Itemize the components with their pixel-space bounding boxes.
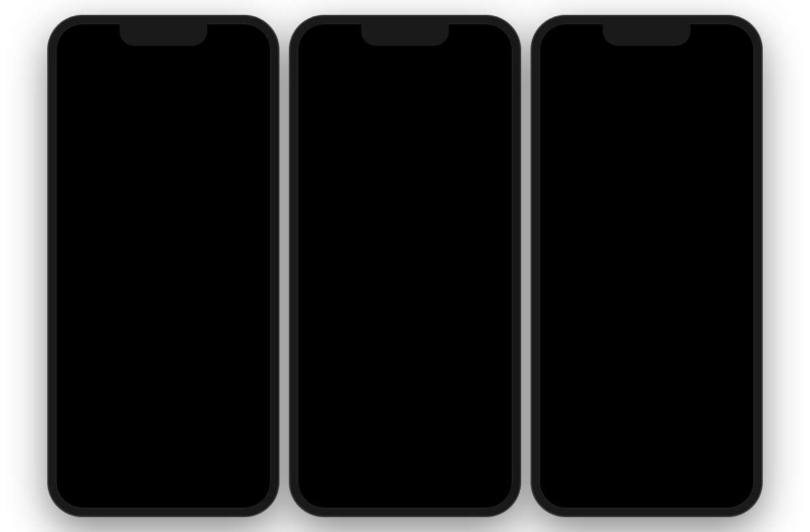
search-icon-3: 🔍 [556, 128, 568, 138]
comment-label-2: Comment [144, 425, 179, 435]
back-button-2[interactable]: ‹ [308, 58, 313, 74]
member-role-1: Co-Host, Primary Tec... [554, 236, 639, 244]
list-view-button[interactable]: ≡ [670, 95, 692, 116]
post-title-1: UniFi Networking and WiFi [65, 115, 262, 127]
battery-icon [240, 38, 255, 47]
chevron-down-icon-members: ⌄ [622, 101, 628, 110]
member-avatar-nav[interactable]: SR [724, 61, 745, 82]
tabs-icon[interactable]: ⬜ [718, 475, 732, 489]
feed-icon: 🖥 [144, 60, 153, 71]
like-button-2[interactable]: 👍 Like [65, 425, 92, 435]
member-card-1[interactable]: Stephen Robles Co-Host, Primary Tec... [548, 149, 644, 249]
group-post-content: 📌 PINNED POST S Stephen Robles Admin Co-… [297, 200, 513, 483]
phone2-status-icons: ▐▐▐ 📶 [448, 38, 497, 47]
member-role-2: Co-Host, Primary Tec... [655, 236, 740, 244]
public-button[interactable]: Public [705, 97, 745, 113]
tab-search-1[interactable]: 🔍 [107, 474, 124, 490]
post-header-1: R Ryan Off Posted in Conversations · 2d [65, 86, 262, 111]
members-count-button[interactable]: Members (101) ⌄ [548, 96, 638, 115]
search-tab-icon: 🔍 [107, 474, 124, 490]
tab-msg-1[interactable]: 💬 [240, 474, 257, 490]
phone2-time: 7:15 [313, 37, 333, 49]
member-card-4[interactable] [649, 255, 745, 338]
comment-button-1[interactable]: 💬 Comment [133, 186, 181, 196]
tab-home-2[interactable]: ⌂ [311, 474, 319, 489]
search-placeholder: Search Members [573, 128, 640, 138]
back-button[interactable]: ‹ [66, 58, 71, 74]
chevron-down-icon: ⌄ [455, 61, 462, 71]
tab-search-2[interactable]: 🔍 [348, 474, 365, 490]
wifi-icon-3: 📶 [710, 38, 720, 47]
phone1-status-bar: 7:16 ▐▐▐ 📶 [55, 23, 271, 57]
post-author-2: Stephen Robles [97, 213, 163, 223]
member-card-2[interactable]: Jason Aten Co-Host, Primary Tec... [649, 149, 745, 249]
feed-content: R Ryan Off Posted in Conversations · 2d … [55, 78, 271, 469]
aa-icon: AA [556, 449, 565, 456]
post-image-2: 📱 [65, 242, 262, 337]
members-filter-row: Members (101) ⌄ ⊞ ≡ Public [539, 89, 755, 122]
url-text: social.primarytech.fm [583, 448, 725, 457]
members-nav: ☰ PRIMARY TECHNOLOGY SR [539, 57, 755, 89]
like-label-1: Liked [78, 186, 97, 196]
post-header-2: S Stephen Robles Admin Posted in Episode… [65, 213, 262, 238]
wifi-icon: 📶 [227, 38, 237, 47]
pinned-liked-text: Liked by Maguire and 10 others [339, 425, 443, 433]
forward-nav-icon[interactable]: › [596, 475, 600, 489]
signal-icon-3: ▐▐▐ [689, 38, 707, 47]
admin-badge: Admin [167, 214, 193, 222]
post-item-1: R Ryan Off Posted in Conversations · 2d … [55, 78, 271, 205]
like-label-2: Like [78, 425, 92, 435]
member-info-1: Stephen Robles Co-Host, Primary Tec... [548, 223, 644, 249]
comment-label-1: Comment [146, 186, 181, 196]
group-hero: PRIMARY TECHNOLOGY [297, 78, 513, 200]
member-photo-4 [649, 255, 745, 329]
share-icon[interactable]: ⬆ [630, 475, 641, 489]
tab-notif-1[interactable]: 🔔 [194, 474, 211, 490]
pinned-post-sub: Co-Host, Primary Technology · 6d [339, 238, 504, 246]
notif-icon: 🔔 [194, 474, 211, 490]
phone2-nav-bar: ‹ 🏠 Welcome to PTS ⌄ [297, 57, 513, 78]
pinned-like-icon: 👍 [306, 442, 317, 451]
pinned-post-header: S Stephen Robles Admin Co-Host, Primary … [306, 228, 504, 254]
bookmarks-icon[interactable]: 📖 [672, 475, 686, 489]
pinned-liked-row: M K J Liked by Maguire and 10 others [306, 423, 504, 435]
comment-count-1: 19 comments [217, 187, 262, 195]
lock-icon: 🔒 [569, 448, 578, 457]
search-icon-2: 🔍 [348, 474, 365, 490]
hamburger-menu-icon[interactable]: ☰ [548, 64, 559, 79]
comment-icon-2: 💬 [131, 425, 141, 435]
liked-row-1: S P Liked by Stephen and Patrick [65, 167, 262, 180]
add-icon: ＋ [153, 473, 166, 491]
tab-add-1[interactable]: ＋ [153, 473, 166, 491]
pinned-like-button[interactable]: 👍 Like [306, 442, 334, 451]
avatar-stephen: S [65, 213, 90, 238]
phone1-status-icons: ▐▐▐ 📶 [206, 38, 255, 47]
tab-home-1[interactable]: ⌂ [70, 474, 78, 489]
tab-add-2[interactable]: ＋ [394, 473, 408, 491]
phone2-wrapper: 7:15 ▐▐▐ 📶 ‹ 🏠 Welcome to PTS ⌄ [290, 16, 520, 516]
member-photo-1 [548, 149, 644, 223]
liked-row-2: D G Liked by Jason and 8 others [65, 406, 262, 419]
like-button-1[interactable]: 👍 Liked [65, 186, 97, 196]
group-icon: 🏠 [348, 59, 362, 72]
back-nav-icon[interactable]: ‹ [561, 475, 565, 489]
grid-view-button[interactable]: ⊞ [643, 95, 665, 116]
phone3-status-bar: 7:06 ▐▐▐ 📶 [539, 23, 755, 57]
search-bar[interactable]: 🔍 Search Members ⊟ [548, 123, 745, 143]
tab-msg-2[interactable]: 💬 [482, 474, 499, 490]
member-photo-2 [649, 149, 745, 223]
refresh-icon[interactable]: ↻ [729, 447, 737, 458]
post-sub-2: Posted in Episode Discussion · 3d [97, 223, 262, 231]
member-photo-3 [548, 255, 644, 329]
pinned-post-author: Stephen Robles [339, 228, 405, 238]
filter-icon[interactable]: ⊟ [729, 128, 737, 138]
avatar-ryan: R [65, 86, 90, 111]
member-card-3[interactable] [548, 255, 644, 338]
post-meta-1: Ryan Off Posted in Conversations · 2d [97, 86, 262, 104]
tab-notif-2[interactable]: 🔔 [436, 474, 453, 490]
comment-button-2[interactable]: 💬 Comment [131, 425, 179, 435]
brand-line2: TECHNOLOGY [618, 72, 665, 80]
post-body-1: Hi Everyone. Stephen has spoken a few ti… [65, 130, 262, 163]
liker-avatar-2: P [74, 167, 86, 180]
post-body-2: Apple announces its first event of the y… [65, 368, 262, 402]
